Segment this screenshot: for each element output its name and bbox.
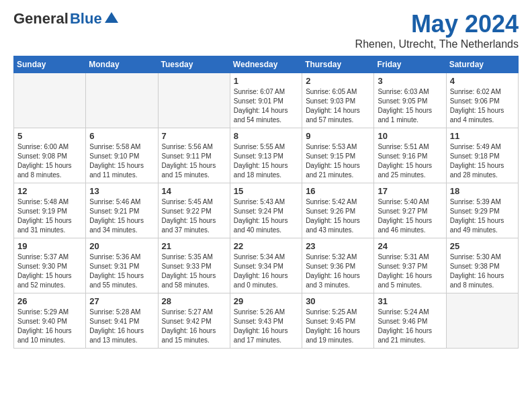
calendar-cell: 3Sunrise: 6:03 AM Sunset: 9:05 PM Daylig… bbox=[374, 73, 446, 128]
day-number: 15 bbox=[234, 186, 298, 196]
day-info: Sunrise: 5:53 AM Sunset: 9:15 PM Dayligh… bbox=[306, 142, 370, 180]
calendar-cell: 5Sunrise: 6:00 AM Sunset: 9:08 PM Daylig… bbox=[14, 128, 86, 183]
day-number: 28 bbox=[162, 296, 226, 306]
day-number: 19 bbox=[17, 241, 82, 251]
day-number: 13 bbox=[89, 186, 154, 196]
day-number: 23 bbox=[306, 241, 370, 251]
calendar-table: SundayMondayTuesdayWednesdayThursdayFrid… bbox=[13, 56, 519, 349]
calendar-cell: 6Sunrise: 5:58 AM Sunset: 9:10 PM Daylig… bbox=[86, 128, 158, 183]
weekday-header-sunday: Sunday bbox=[14, 56, 86, 73]
calendar-cell: 15Sunrise: 5:43 AM Sunset: 9:24 PM Dayli… bbox=[230, 183, 302, 238]
calendar-cell: 14Sunrise: 5:45 AM Sunset: 9:22 PM Dayli… bbox=[158, 183, 230, 238]
day-info: Sunrise: 5:27 AM Sunset: 9:42 PM Dayligh… bbox=[162, 308, 226, 345]
day-number: 12 bbox=[17, 186, 82, 196]
logo-general-text: General bbox=[13, 10, 69, 28]
day-info: Sunrise: 5:30 AM Sunset: 9:38 PM Dayligh… bbox=[450, 253, 515, 290]
day-info: Sunrise: 6:03 AM Sunset: 9:05 PM Dayligh… bbox=[378, 87, 442, 125]
day-number: 3 bbox=[378, 76, 442, 86]
calendar-cell: 25Sunrise: 5:30 AM Sunset: 9:38 PM Dayli… bbox=[446, 238, 518, 293]
day-number: 25 bbox=[450, 241, 515, 251]
calendar-cell: 31Sunrise: 5:24 AM Sunset: 9:46 PM Dayli… bbox=[374, 293, 446, 349]
calendar-cell: 10Sunrise: 5:51 AM Sunset: 9:16 PM Dayli… bbox=[374, 128, 446, 183]
day-info: Sunrise: 5:48 AM Sunset: 9:19 PM Dayligh… bbox=[17, 197, 82, 235]
day-info: Sunrise: 5:37 AM Sunset: 9:30 PM Dayligh… bbox=[17, 253, 82, 290]
day-info: Sunrise: 5:29 AM Sunset: 9:40 PM Dayligh… bbox=[17, 308, 82, 345]
header: General Blue May 2024 Rhenen, Utrecht, T… bbox=[13, 10, 519, 50]
calendar-cell: 1Sunrise: 6:07 AM Sunset: 9:01 PM Daylig… bbox=[230, 73, 302, 128]
logo: General Blue bbox=[13, 10, 118, 28]
calendar-cell: 17Sunrise: 5:40 AM Sunset: 9:27 PM Dayli… bbox=[374, 183, 446, 238]
calendar-cell: 26Sunrise: 5:29 AM Sunset: 9:40 PM Dayli… bbox=[14, 293, 86, 349]
day-info: Sunrise: 6:05 AM Sunset: 9:03 PM Dayligh… bbox=[306, 87, 370, 125]
calendar-cell: 23Sunrise: 5:32 AM Sunset: 9:36 PM Dayli… bbox=[302, 238, 374, 293]
day-info: Sunrise: 5:28 AM Sunset: 9:41 PM Dayligh… bbox=[89, 308, 154, 345]
calendar-cell: 7Sunrise: 5:56 AM Sunset: 9:11 PM Daylig… bbox=[158, 128, 230, 183]
day-number: 2 bbox=[306, 76, 370, 86]
calendar-cell: 24Sunrise: 5:31 AM Sunset: 9:37 PM Dayli… bbox=[374, 238, 446, 293]
week-row-4: 19Sunrise: 5:37 AM Sunset: 9:30 PM Dayli… bbox=[14, 238, 519, 293]
day-number: 14 bbox=[162, 186, 226, 196]
weekday-header-wednesday: Wednesday bbox=[230, 56, 302, 73]
calendar-cell: 2Sunrise: 6:05 AM Sunset: 9:03 PM Daylig… bbox=[302, 73, 374, 128]
day-number: 6 bbox=[89, 131, 154, 141]
weekday-header-tuesday: Tuesday bbox=[158, 56, 230, 73]
calendar-cell bbox=[446, 293, 518, 349]
day-info: Sunrise: 5:36 AM Sunset: 9:31 PM Dayligh… bbox=[89, 253, 154, 290]
calendar-cell: 13Sunrise: 5:46 AM Sunset: 9:21 PM Dayli… bbox=[86, 183, 158, 238]
page-container: General Blue May 2024 Rhenen, Utrecht, T… bbox=[0, 0, 532, 359]
day-info: Sunrise: 5:45 AM Sunset: 9:22 PM Dayligh… bbox=[162, 197, 226, 235]
calendar-cell: 20Sunrise: 5:36 AM Sunset: 9:31 PM Dayli… bbox=[86, 238, 158, 293]
day-number: 17 bbox=[378, 186, 442, 196]
title-block: May 2024 Rhenen, Utrecht, The Netherland… bbox=[355, 10, 519, 50]
day-info: Sunrise: 5:39 AM Sunset: 9:29 PM Dayligh… bbox=[450, 197, 515, 235]
day-info: Sunrise: 5:56 AM Sunset: 9:11 PM Dayligh… bbox=[162, 142, 226, 180]
calendar-cell: 12Sunrise: 5:48 AM Sunset: 9:19 PM Dayli… bbox=[14, 183, 86, 238]
month-title: May 2024 bbox=[355, 10, 519, 38]
calendar-cell: 19Sunrise: 5:37 AM Sunset: 9:30 PM Dayli… bbox=[14, 238, 86, 293]
calendar-cell: 4Sunrise: 6:02 AM Sunset: 9:06 PM Daylig… bbox=[446, 73, 518, 128]
calendar-cell: 9Sunrise: 5:53 AM Sunset: 9:15 PM Daylig… bbox=[302, 128, 374, 183]
day-number: 10 bbox=[378, 131, 442, 141]
calendar-cell: 16Sunrise: 5:42 AM Sunset: 9:26 PM Dayli… bbox=[302, 183, 374, 238]
logo-icon bbox=[105, 12, 118, 26]
day-number: 5 bbox=[17, 131, 82, 141]
day-number: 8 bbox=[234, 131, 298, 141]
day-number: 22 bbox=[234, 241, 298, 251]
day-number: 26 bbox=[17, 296, 82, 306]
weekday-header-friday: Friday bbox=[374, 56, 446, 73]
calendar-cell: 28Sunrise: 5:27 AM Sunset: 9:42 PM Dayli… bbox=[158, 293, 230, 349]
week-row-5: 26Sunrise: 5:29 AM Sunset: 9:40 PM Dayli… bbox=[14, 293, 519, 349]
day-number: 27 bbox=[89, 296, 154, 306]
day-info: Sunrise: 6:00 AM Sunset: 9:08 PM Dayligh… bbox=[17, 142, 82, 180]
day-info: Sunrise: 5:31 AM Sunset: 9:37 PM Dayligh… bbox=[378, 253, 442, 290]
day-info: Sunrise: 5:51 AM Sunset: 9:16 PM Dayligh… bbox=[378, 142, 442, 180]
day-number: 29 bbox=[234, 296, 298, 306]
weekday-header-row: SundayMondayTuesdayWednesdayThursdayFrid… bbox=[14, 56, 519, 73]
day-number: 18 bbox=[450, 186, 515, 196]
day-info: Sunrise: 6:07 AM Sunset: 9:01 PM Dayligh… bbox=[234, 87, 298, 125]
day-number: 21 bbox=[162, 241, 226, 251]
calendar-cell: 27Sunrise: 5:28 AM Sunset: 9:41 PM Dayli… bbox=[86, 293, 158, 349]
day-number: 24 bbox=[378, 241, 442, 251]
day-number: 1 bbox=[234, 76, 298, 86]
calendar-cell: 8Sunrise: 5:55 AM Sunset: 9:13 PM Daylig… bbox=[230, 128, 302, 183]
calendar-cell: 18Sunrise: 5:39 AM Sunset: 9:29 PM Dayli… bbox=[446, 183, 518, 238]
day-number: 9 bbox=[306, 131, 370, 141]
calendar-cell bbox=[86, 73, 158, 128]
day-info: Sunrise: 5:40 AM Sunset: 9:27 PM Dayligh… bbox=[378, 197, 442, 235]
calendar-cell bbox=[158, 73, 230, 128]
day-info: Sunrise: 5:58 AM Sunset: 9:10 PM Dayligh… bbox=[89, 142, 154, 180]
location: Rhenen, Utrecht, The Netherlands bbox=[355, 38, 519, 50]
calendar-cell: 21Sunrise: 5:35 AM Sunset: 9:33 PM Dayli… bbox=[158, 238, 230, 293]
calendar-cell: 29Sunrise: 5:26 AM Sunset: 9:43 PM Dayli… bbox=[230, 293, 302, 349]
day-number: 11 bbox=[450, 131, 515, 141]
calendar-cell: 11Sunrise: 5:49 AM Sunset: 9:18 PM Dayli… bbox=[446, 128, 518, 183]
week-row-2: 5Sunrise: 6:00 AM Sunset: 9:08 PM Daylig… bbox=[14, 128, 519, 183]
day-info: Sunrise: 5:55 AM Sunset: 9:13 PM Dayligh… bbox=[234, 142, 298, 180]
logo-blue-text: Blue bbox=[70, 10, 102, 28]
day-info: Sunrise: 5:26 AM Sunset: 9:43 PM Dayligh… bbox=[234, 308, 298, 345]
day-number: 16 bbox=[306, 186, 370, 196]
day-number: 20 bbox=[89, 241, 154, 251]
day-info: Sunrise: 5:24 AM Sunset: 9:46 PM Dayligh… bbox=[378, 308, 442, 345]
day-info: Sunrise: 5:34 AM Sunset: 9:34 PM Dayligh… bbox=[234, 253, 298, 290]
